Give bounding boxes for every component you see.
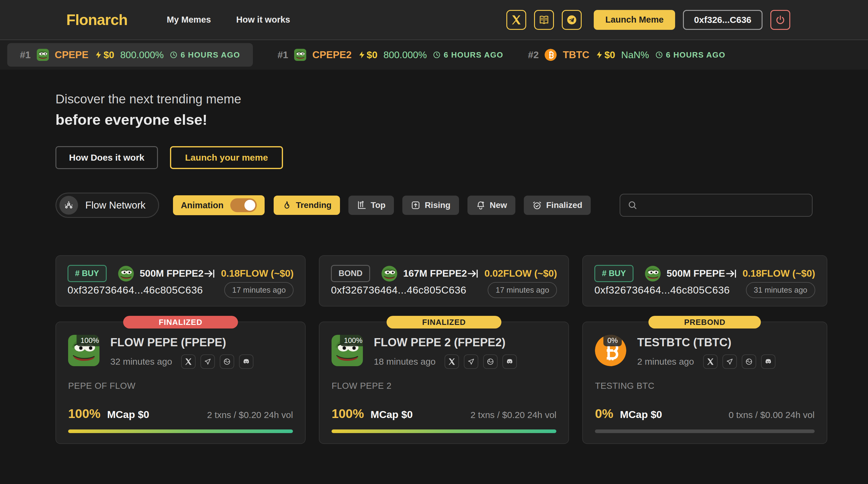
animation-toggle-pill[interactable]: Animation	[173, 195, 265, 215]
hero-title-line2: before everyone else!	[56, 111, 812, 128]
animation-label: Animation	[181, 201, 224, 210]
trader-address[interactable]: 0xf326736464...46c805C636	[67, 284, 203, 296]
ticker-item[interactable]: #1 CPEPE2 $0 800.000% 6 HOURS AGO	[278, 49, 503, 61]
tab-rising[interactable]: Rising	[402, 195, 459, 215]
alarm-check-icon	[532, 201, 542, 210]
telegram-button[interactable]	[562, 10, 582, 30]
discord-button[interactable]	[502, 355, 517, 369]
x-icon	[448, 358, 456, 366]
txns-volume: 2 txns / $0.20 24h vol	[470, 410, 556, 420]
telegram-button[interactable]	[200, 355, 215, 369]
trader-address[interactable]: 0xf326736464...46c805C636	[594, 284, 730, 296]
trader-address[interactable]: 0xf326736464...46c805C636	[331, 284, 466, 296]
status-badge: FINALIZED	[123, 316, 238, 329]
power-icon	[775, 15, 785, 25]
network-label: Flow Network	[85, 200, 146, 211]
ticker-price: $0	[595, 50, 615, 61]
trade-cost: 0.18FLOW (~$0)	[221, 268, 293, 279]
ticker-item[interactable]: #2 TBTC $0 NaN% 6 HOURS AGO	[528, 49, 725, 61]
discord-icon	[242, 358, 250, 366]
tab-top[interactable]: Top	[348, 195, 394, 215]
tab-new[interactable]: New	[467, 195, 516, 215]
x-social-button[interactable]	[703, 355, 718, 369]
trade-cost: 0.18FLOW (~$0)	[743, 268, 815, 279]
header-actions: Launch Meme 0xf326...C636	[506, 10, 790, 30]
trade-time-pill: 17 minutes ago	[488, 282, 557, 298]
filter-tabs: Trending Top Rising New Finalized	[274, 195, 591, 215]
clock-icon	[655, 51, 663, 59]
launch-meme-button[interactable]: Launch Meme	[594, 10, 675, 30]
x-social-button[interactable]	[506, 10, 526, 30]
trade-time-pill: 17 minutes ago	[224, 282, 293, 298]
chart-icon	[357, 201, 367, 210]
tab-label: Trending	[296, 201, 332, 210]
meme-card[interactable]: FINALIZED 100% FLOW PEPE (FPEPE) 32 minu…	[56, 322, 306, 444]
launch-your-meme-button[interactable]: Launch your meme	[170, 146, 283, 169]
website-button[interactable]	[742, 355, 756, 369]
ticker-item[interactable]: #1 CPEPE $0 800.000% 6 HOURS AGO	[7, 43, 253, 67]
meme-card[interactable]: PREBOND 0% TESTBTC (TBTC) 2 minutes ago	[582, 322, 827, 444]
tab-finalized[interactable]: Finalized	[524, 195, 591, 215]
status-badge: PREBOND	[649, 316, 761, 329]
telegram-send-icon	[467, 358, 475, 366]
trade-time-pill: 31 minutes ago	[746, 282, 815, 298]
website-button[interactable]	[483, 355, 498, 369]
ticker-price: $0	[94, 50, 114, 61]
token-avatar	[645, 266, 661, 281]
disconnect-button[interactable]	[770, 10, 790, 30]
network-selector[interactable]: Flow Network	[56, 192, 159, 218]
book-icon	[538, 14, 550, 25]
bonding-percent: 0%	[595, 406, 613, 421]
ticker-symbol: CPEPE	[55, 49, 89, 61]
tab-label: Rising	[425, 201, 451, 210]
bonding-progress-bar	[332, 429, 556, 433]
animation-toggle[interactable]	[230, 198, 257, 212]
x-icon	[184, 358, 192, 366]
x-icon	[511, 14, 522, 25]
ticker-symbol: CPEPE2	[312, 49, 351, 61]
website-button[interactable]	[220, 355, 234, 369]
x-social-button[interactable]	[444, 355, 459, 369]
meme-avatar: 0%	[595, 335, 626, 366]
arrow-up-square-icon	[411, 201, 421, 210]
telegram-button[interactable]	[464, 355, 478, 369]
ticker-rank: #2	[528, 50, 539, 61]
meme-description: TESTING BTC	[595, 381, 814, 391]
bolt-icon	[94, 51, 103, 59]
flame-icon	[282, 201, 292, 210]
trade-type-badge: BOND	[331, 265, 370, 282]
meme-card[interactable]: FINALIZED 100% FLOW PEPE 2 (FPEPE2) 18 m…	[319, 322, 569, 444]
x-social-button[interactable]	[181, 355, 195, 369]
how-does-it-work-button[interactable]: How Does it work	[56, 146, 158, 169]
tab-label: Top	[371, 201, 385, 210]
bolt-icon	[358, 51, 366, 59]
ticker-change: NaN%	[621, 50, 649, 61]
docs-button[interactable]	[534, 10, 554, 30]
search-input[interactable]	[643, 201, 805, 210]
discord-button[interactable]	[239, 355, 253, 369]
search-icon	[627, 200, 638, 210]
token-avatar	[545, 49, 557, 61]
telegram-button[interactable]	[722, 355, 737, 369]
ticker-rank: #1	[278, 50, 288, 61]
ticker-price: $0	[358, 50, 378, 61]
progress-fill	[68, 429, 293, 433]
tab-trending[interactable]: Trending	[274, 195, 340, 215]
meme-column: BOND 167M FPEPE2 0.02FLOW (~$0) 0xf32673…	[319, 255, 569, 444]
txns-volume: 0 txns / $0.00 24h vol	[728, 410, 814, 420]
discord-button[interactable]	[761, 355, 775, 369]
trade-type-badge: # BUY	[594, 265, 633, 282]
meme-name: FLOW PEPE (FPEPE)	[110, 336, 253, 349]
token-avatar	[37, 49, 49, 61]
nav-my-memes[interactable]: My Memes	[167, 15, 211, 25]
token-avatar	[381, 266, 397, 281]
wallet-address-button[interactable]: 0xf326...C636	[683, 10, 763, 30]
market-cap: MCap $0	[620, 409, 662, 420]
status-badge: FINALIZED	[387, 316, 501, 329]
ticker-symbol: TBTC	[563, 49, 589, 61]
hero-section: Discover the next trending meme before e…	[56, 92, 812, 169]
latest-trade-bar: BOND 167M FPEPE2 0.02FLOW (~$0) 0xf32673…	[319, 255, 569, 306]
bonding-percent: 100%	[332, 406, 364, 421]
nav-how-it-works[interactable]: How it works	[236, 15, 290, 25]
hero-title-line1: Discover the next trending meme	[56, 92, 812, 107]
